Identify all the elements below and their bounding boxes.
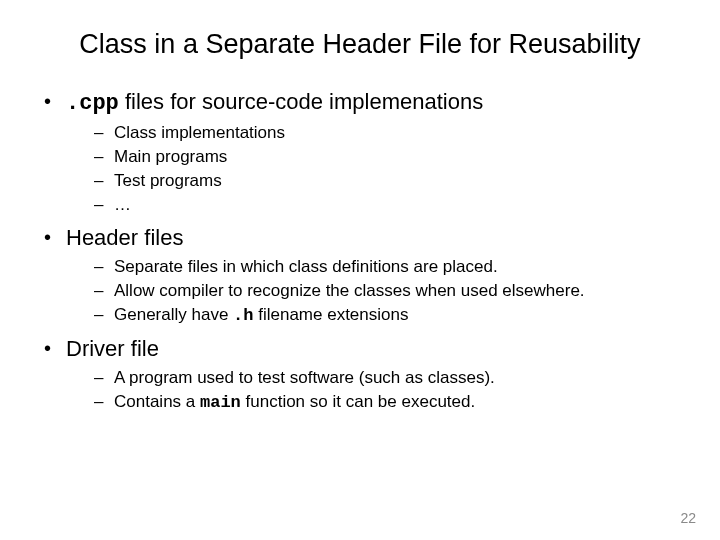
page-number: 22 — [680, 510, 696, 526]
list-item: Class implementations — [94, 122, 680, 144]
bullet-cpp-files: .cpp files for source-code implemenation… — [40, 88, 680, 216]
text: filename extensions — [253, 305, 408, 324]
text: function so it can be executed. — [241, 392, 475, 411]
list-item: Allow compiler to recognize the classes … — [94, 280, 680, 302]
text: Contains a — [114, 392, 200, 411]
sub-list: Class implementations Main programs Test… — [94, 122, 680, 216]
bullet-text: Header files — [66, 225, 183, 250]
list-item: A program used to test software (such as… — [94, 367, 680, 389]
slide-title: Class in a Separate Header File for Reus… — [40, 28, 680, 60]
list-item: Test programs — [94, 170, 680, 192]
code-cpp: .cpp — [66, 91, 119, 116]
text: Generally have — [114, 305, 233, 324]
bullet-text: .cpp files for source-code implemenation… — [66, 89, 483, 114]
slide: Class in a Separate Header File for Reus… — [0, 0, 720, 540]
sub-list: A program used to test software (such as… — [94, 367, 680, 414]
code-h: .h — [233, 306, 253, 325]
list-item: … — [94, 194, 680, 216]
list-item: Contains a main function so it can be ex… — [94, 391, 680, 414]
bullet-text: Driver file — [66, 336, 159, 361]
text: files for source-code implemenations — [119, 89, 483, 114]
code-main: main — [200, 393, 241, 412]
list-item: Main programs — [94, 146, 680, 168]
bullet-driver-file: Driver file A program used to test softw… — [40, 335, 680, 414]
list-item: Generally have .h filename extensions — [94, 304, 680, 327]
bullet-list: .cpp files for source-code implemenation… — [40, 88, 680, 413]
bullet-header-files: Header files Separate files in which cla… — [40, 224, 680, 327]
list-item: Separate files in which class definition… — [94, 256, 680, 278]
sub-list: Separate files in which class definition… — [94, 256, 680, 327]
